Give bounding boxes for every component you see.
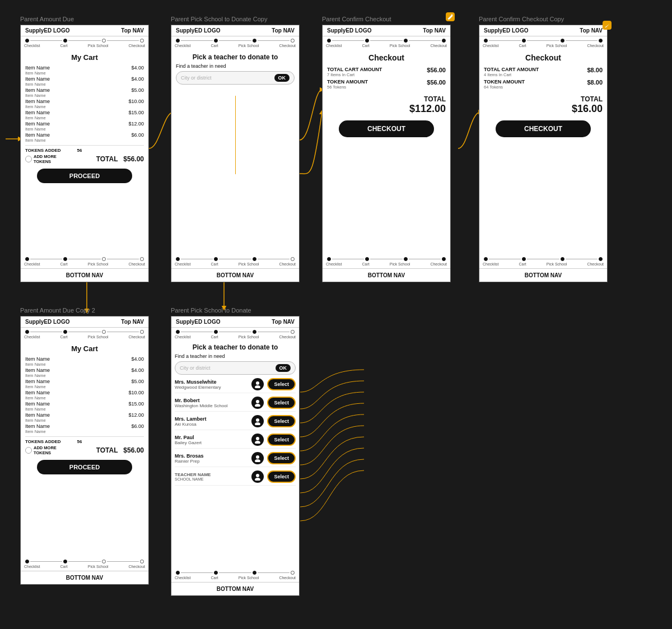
- proceed-btn-5[interactable]: PROCEED: [37, 460, 132, 474]
- top-nav-label-4: Top NAV: [580, 27, 603, 34]
- frame-pick-school-donate: Parent Pick School to Donate SupplyED LO…: [171, 307, 251, 316]
- svg-point-4: [255, 404, 260, 407]
- select-btn-1[interactable]: Select: [267, 378, 296, 390]
- top-nav-3: SupplyED LOGO Top NAV: [323, 25, 450, 36]
- progress-bar-bottom-2: [171, 255, 299, 262]
- avatar-1: [251, 378, 264, 390]
- add-tokens-1[interactable]: ADD MORETOKENS TOTAL $56.00: [25, 154, 144, 164]
- svg-point-6: [255, 422, 260, 425]
- svg-point-9: [256, 455, 259, 459]
- search-row-2[interactable]: City or district OK: [176, 71, 295, 85]
- frame-confirm-checkout: Parent Confirm Checkout SupplyED LOGO To…: [322, 16, 451, 282]
- total-cart-row-3: TOTAL CART AMOUNT 7 Items In Cart $56.00: [327, 67, 446, 77]
- cart-item-5-6: Item NameItem Name$12.00: [25, 412, 144, 423]
- frame-confirm-checkout-copy: Parent Confirm Checkout Copy SupplyED LO…: [479, 16, 608, 282]
- cart-item-7: Item NameItem Name$6.00: [25, 132, 144, 143]
- progress-bar-bottom-4: [479, 255, 607, 262]
- progress-bar-3: [323, 36, 450, 44]
- frame-label-4: Parent Confirm Checkout Copy: [479, 16, 608, 22]
- top-nav-label-2: Top NAV: [272, 27, 295, 34]
- logo-3: SupplyED LOGO: [327, 27, 371, 34]
- svg-point-10: [255, 459, 260, 462]
- progress-labels-bottom-2: ChecklistCartPick SchoolCheckout: [171, 262, 299, 268]
- top-nav-6: SupplyED LOGO Top NAV: [171, 316, 299, 328]
- logo-5: SupplyED LOGO: [25, 319, 69, 325]
- progress-bar-6: [171, 328, 299, 335]
- pick-title-2: Pick a teacher to donate to: [176, 53, 295, 61]
- frame-label-2: Parent Pick School to Donate Copy: [171, 16, 267, 22]
- progress-labels-3: ChecklistCartPick SchoolCheckout: [323, 44, 450, 50]
- search-placeholder-6: City or district: [180, 365, 276, 371]
- svg-point-2: [255, 385, 260, 388]
- progress-bar-5: [21, 328, 148, 335]
- checkout-title-3: Checkout: [327, 53, 446, 62]
- top-nav-label-1: Top NAV: [121, 27, 144, 34]
- frame-label-1: Parent Amount Due: [20, 16, 74, 22]
- cart-item-4: Item NameItem Name$10.00: [25, 99, 144, 109]
- cart-item-6: Item NameItem Name$12.00: [25, 121, 144, 132]
- cart-item-5-4: Item NameItem Name$10.00: [25, 390, 144, 400]
- select-btn-3[interactable]: Select: [267, 415, 296, 427]
- teacher-row-3: Mrs. LambertAki Kurosa Select: [175, 415, 296, 430]
- svg-point-11: [256, 474, 259, 477]
- progress-labels-5: ChecklistCartPick SchoolCheckout: [21, 335, 148, 341]
- avatar-6: [251, 470, 264, 483]
- teacher-row-1: Mrs. MusselwhiteWedgwood Elementary Sele…: [175, 378, 296, 393]
- progress-labels-bottom-6: ChecklistCartPick SchoolCheckout: [171, 576, 299, 582]
- progress-bar-bottom-6: [171, 569, 299, 576]
- avatar-5: [251, 452, 264, 464]
- progress-bar-1: [21, 36, 148, 44]
- cart-item-5-5: Item NameItem Name$15.00: [25, 401, 144, 412]
- cart-item-5-2: Item NameItem Name$4.00: [25, 367, 144, 378]
- ok-btn-2[interactable]: OK: [274, 74, 290, 82]
- teacher-row-5: Mrs. BrosasRainier Prep Select: [175, 452, 296, 467]
- progress-labels-6: ChecklistCartPick SchoolCheckout: [171, 335, 299, 341]
- bottom-nav-6: BOTTOM NAV: [171, 582, 299, 595]
- token-icon-1: [25, 156, 32, 162]
- svg-point-8: [255, 441, 260, 444]
- cart-item-5: Item NameItem Name$15.00: [25, 110, 144, 120]
- teacher-row-2: Mr. BobertWashington Middle School Selec…: [175, 397, 296, 412]
- proceed-btn-1[interactable]: PROCEED: [37, 169, 132, 183]
- ok-btn-6[interactable]: OK: [276, 364, 291, 372]
- top-nav-label-3: Top NAV: [423, 27, 446, 34]
- tokens-added-label-1: TOKENS ADDED 56: [25, 148, 144, 153]
- edit-badge-3: [446, 12, 455, 21]
- svg-point-3: [256, 400, 259, 403]
- progress-bar-2: [171, 36, 299, 44]
- checkout-btn-3[interactable]: CHECKOUT: [339, 120, 434, 137]
- select-btn-6[interactable]: Select: [267, 470, 296, 483]
- total-area-3: TOTAL $112.00: [327, 95, 446, 115]
- add-tokens-5[interactable]: ADD MORETOKENS TOTAL $56.00: [25, 445, 144, 455]
- progress-bar-bottom-3: [323, 255, 450, 262]
- pick-title-6: Pick a teacher to donate to: [175, 343, 296, 351]
- select-btn-2[interactable]: Select: [267, 397, 296, 409]
- progress-bar-bottom-1: [21, 255, 148, 262]
- progress-labels-bottom-3: ChecklistCartPick SchoolCheckout: [323, 262, 450, 268]
- tokens-added-label-5: TOKENS ADDED 56: [25, 439, 144, 444]
- cart-item-5-1: Item NameItem Name$4.00: [25, 356, 144, 367]
- token-amount-row-3: TOKEN AMOUNT 56 Tokens $56.00: [327, 79, 446, 90]
- frame-label-6: Parent Pick School to Donate: [171, 307, 251, 314]
- cart-title-5: My Cart: [25, 344, 144, 353]
- select-btn-5[interactable]: Select: [267, 452, 296, 464]
- cart-item-1: Item NameItem Name$4.00: [25, 65, 144, 76]
- find-label-6: Find a teacher in need: [175, 353, 296, 359]
- checkout-title-4: Checkout: [484, 53, 603, 62]
- logo-1: SupplyED LOGO: [25, 27, 69, 34]
- bottom-nav-4: BOTTOM NAV: [479, 268, 607, 282]
- svg-point-12: [255, 478, 260, 481]
- cart-item-3: Item NameItem Name$5.00: [25, 87, 144, 98]
- avatar-2: [251, 397, 264, 409]
- avatar-3: [251, 415, 264, 427]
- frame-parent-amount-due-copy2: Parent Amount Due Copy 2 SupplyED LOGO T…: [20, 307, 95, 316]
- progress-labels-4: ChecklistCartPick SchoolCheckout: [479, 44, 607, 50]
- teacher-row-4: Mr. PaulBailey Gazert Select: [175, 434, 296, 449]
- checkout-btn-4[interactable]: CHECKOUT: [496, 120, 591, 137]
- svg-point-7: [256, 437, 259, 440]
- select-btn-4[interactable]: Select: [267, 434, 296, 446]
- bottom-nav-3: BOTTOM NAV: [323, 268, 450, 282]
- search-row-6[interactable]: City or district OK: [175, 361, 296, 375]
- bottom-nav-1: BOTTOM NAV: [21, 268, 148, 282]
- cart-item-2: Item NameItem Name$4.00: [25, 76, 144, 87]
